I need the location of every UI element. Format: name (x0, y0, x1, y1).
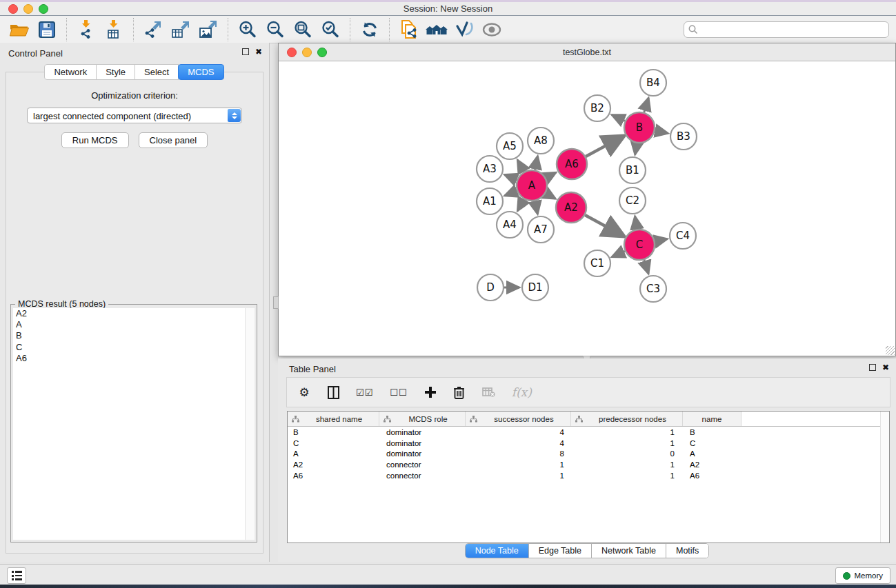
tab-network-table[interactable]: Network Table (591, 544, 666, 558)
cell-name[interactable]: A2 (683, 460, 741, 469)
graph-node-A[interactable]: A (517, 170, 547, 201)
graph-edge-C-C1[interactable] (612, 251, 625, 256)
graph-node-C4[interactable]: C4 (670, 223, 696, 249)
graph-node-C2[interactable]: C2 (619, 187, 646, 214)
graph-edge-B-B4[interactable] (644, 98, 648, 112)
graph-edge-A-A2[interactable] (546, 193, 555, 199)
graph-edge-A-A4[interactable] (517, 199, 524, 211)
resize-grip-icon[interactable] (886, 346, 895, 355)
result-list-item[interactable]: B (13, 330, 255, 341)
run-mcds-button[interactable]: Run MCDS (61, 132, 129, 148)
graph-edge-A-A3[interactable] (504, 174, 517, 179)
cell-name[interactable]: B (683, 428, 741, 436)
save-session-icon[interactable] (33, 18, 61, 41)
open-session-icon[interactable] (6, 18, 33, 41)
graph-edge-A-A5[interactable] (517, 160, 524, 172)
mcds-result-list[interactable]: A2ABCA6 (13, 308, 255, 540)
graph-edge-A-A1[interactable] (505, 191, 517, 196)
close-panel-icon[interactable]: ✖ (255, 48, 262, 55)
cell-shared-name[interactable]: B (288, 428, 379, 436)
toggle-graphics-details-icon[interactable] (450, 18, 478, 41)
graph-node-A1[interactable]: A1 (477, 188, 503, 214)
graph-edge-B-B3[interactable] (655, 131, 668, 134)
close-panel-button[interactable]: Close panel (139, 132, 208, 148)
result-scrollbar[interactable] (245, 308, 255, 540)
tab-select[interactable]: Select (135, 64, 179, 80)
cell-MCDS-role[interactable]: dominator (379, 428, 466, 436)
duplicate-network-icon[interactable] (395, 18, 423, 41)
show-all-networks-icon[interactable] (423, 18, 450, 41)
graph-node-A7[interactable]: A7 (528, 216, 554, 243)
tab-style[interactable]: Style (96, 64, 135, 80)
graph-node-D[interactable]: D (477, 274, 504, 301)
graph-node-A5[interactable]: A5 (497, 133, 523, 159)
graph-node-A2[interactable]: A2 (556, 192, 586, 223)
deselect-all-rows-icon[interactable]: ☐☐ (390, 387, 407, 398)
show-columns-icon[interactable] (327, 386, 339, 399)
graph-edge-C-C2[interactable] (635, 216, 637, 230)
graph-edge-C-C3[interactable] (644, 260, 648, 274)
cell-successor-nodes[interactable]: 1 (466, 460, 571, 469)
cell-MCDS-role[interactable]: connector (379, 460, 466, 469)
birds-eye-view-icon[interactable] (478, 18, 506, 41)
optimization-criterion-dropdown[interactable]: largest connected component (directed) (27, 108, 242, 123)
close-panel-icon[interactable]: ✖ (882, 364, 889, 371)
import-table-icon[interactable] (100, 18, 128, 41)
graph-node-A8[interactable]: A8 (528, 128, 554, 154)
table-row[interactable]: Adominator80A (288, 449, 889, 460)
table-row[interactable]: A2connector11A2 (288, 459, 889, 470)
table-options-gear-icon[interactable]: ⚙ (298, 385, 310, 399)
graph-node-B4[interactable]: B4 (640, 70, 666, 96)
result-list-item[interactable]: C (13, 342, 255, 353)
memory-button[interactable]: Memory (835, 567, 890, 584)
cell-name[interactable]: C (683, 439, 741, 447)
graph-node-C1[interactable]: C1 (584, 250, 610, 276)
graph-node-A6[interactable]: A6 (557, 149, 587, 179)
cell-predecessor-nodes[interactable]: 1 (571, 460, 683, 469)
cell-predecessor-nodes[interactable]: 1 (571, 428, 683, 436)
graph-node-A4[interactable]: A4 (497, 212, 523, 238)
search-box[interactable] (684, 21, 889, 38)
cell-shared-name[interactable]: A6 (288, 472, 379, 480)
zoom-selected-icon[interactable] (317, 18, 344, 41)
graph-edge-A-A7[interactable] (535, 201, 538, 214)
graph-node-B1[interactable]: B1 (619, 157, 646, 183)
import-network-icon[interactable] (72, 18, 100, 41)
column-header-predecessor-nodes[interactable]: predecessor nodes (571, 412, 683, 426)
float-panel-icon[interactable] (242, 48, 249, 55)
network-canvas[interactable]: B4B2BB3A8A5A6B1A3AA1C2A2A4A7C4CC1C3DD1 (279, 61, 895, 356)
tab-motifs[interactable]: Motifs (666, 544, 708, 558)
cell-MCDS-role[interactable]: connector (379, 472, 466, 480)
cell-successor-nodes[interactable]: 1 (466, 472, 571, 480)
graph-node-D1[interactable]: D1 (522, 274, 548, 301)
network-window-titlebar[interactable]: testGlobe.txt (279, 43, 895, 61)
zoom-in-icon[interactable] (234, 18, 261, 41)
cell-successor-nodes[interactable]: 4 (466, 428, 571, 436)
export-network-icon[interactable] (139, 18, 167, 41)
table-row[interactable]: A6connector11A6 (288, 470, 889, 481)
graph-node-B3[interactable]: B3 (670, 123, 697, 150)
cell-predecessor-nodes[interactable]: 1 (571, 472, 683, 480)
split-divider-handle[interactable] (273, 296, 279, 309)
graph-edge-B-B1[interactable] (635, 143, 637, 155)
graph-node-C[interactable]: C (624, 230, 655, 260)
tab-mcds[interactable]: MCDS (178, 64, 223, 80)
task-history-button[interactable] (7, 567, 26, 584)
add-row-icon[interactable] (424, 386, 437, 398)
graph-edge-B-B2[interactable] (612, 115, 625, 121)
float-panel-icon[interactable] (869, 364, 876, 371)
graph-edge-A2-C[interactable] (585, 215, 624, 236)
graph-edge-C-C4[interactable] (655, 239, 668, 242)
result-list-item[interactable]: A6 (13, 353, 255, 364)
search-input[interactable] (698, 23, 888, 37)
zoom-fit-icon[interactable] (289, 18, 317, 41)
export-image-icon[interactable] (195, 18, 222, 41)
column-header-name[interactable]: name (683, 412, 741, 426)
result-list-item[interactable]: A2 (13, 308, 255, 319)
zoom-out-icon[interactable] (261, 18, 289, 41)
refresh-icon[interactable] (356, 18, 384, 41)
graph-node-C3[interactable]: C3 (640, 276, 666, 302)
cell-shared-name[interactable]: A2 (288, 460, 379, 469)
cell-shared-name[interactable]: C (288, 439, 379, 447)
column-header-MCDS-role[interactable]: MCDS role (379, 412, 466, 426)
